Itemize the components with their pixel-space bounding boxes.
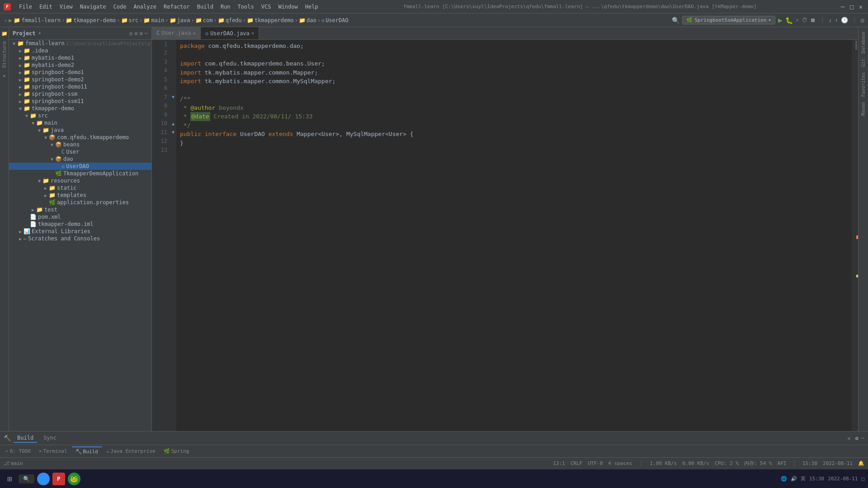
git-branch[interactable]: ⎇ main [4, 460, 23, 466]
tree-springboot-ssm[interactable]: ▶ 📁 springboot-ssm [9, 90, 151, 98]
bc-tkmapperdemo[interactable]: tkmapperdemo [255, 17, 294, 23]
indent[interactable]: 4 spaces [608, 460, 632, 466]
mybatis2-arrow[interactable]: ▶ [17, 63, 24, 68]
bc-fmmall[interactable]: fmmall-learn [21, 17, 61, 23]
chrome-btn[interactable]: 🌐 [37, 473, 50, 485]
tree-beans[interactable]: ▼ 📦 beans [9, 141, 151, 148]
sb2-arrow[interactable]: ▶ [17, 77, 24, 82]
tree-pom[interactable]: 📄 pom.xml [9, 213, 151, 221]
menu-code[interactable]: Code [111, 3, 129, 11]
java-arrow[interactable]: ▼ [36, 128, 42, 133]
tree-user-class[interactable]: C User [9, 148, 151, 155]
menu-window[interactable]: Window [275, 3, 300, 11]
search-everywhere-icon[interactable]: 🔍 [672, 17, 679, 24]
sb1-arrow[interactable]: ▶ [17, 70, 24, 75]
tree-idea[interactable]: ▶ 📁 .idea [9, 47, 151, 54]
bc-dao[interactable]: dao [307, 17, 316, 23]
scroll-thumb[interactable] [855, 41, 857, 50]
tab-user-java-close[interactable]: ✕ [193, 30, 196, 36]
build-tab-sync[interactable]: Sync [40, 434, 60, 443]
fold-10[interactable]: ▲ [170, 121, 176, 126]
ssm11-arrow[interactable]: ▶ [17, 99, 24, 104]
debug-button[interactable]: 🐛 [785, 17, 793, 24]
templates-arrow[interactable]: ▶ [42, 193, 49, 198]
static-arrow[interactable]: ▶ [42, 186, 49, 191]
tool-tab-spring[interactable]: 🌿 Spring [160, 447, 193, 455]
vcs-push-button[interactable]: ↑ [835, 17, 839, 23]
run-config-selector[interactable]: 🌿 SpringbootSsmApplication ▾ [682, 16, 775, 24]
collapse-all-icon[interactable]: ≡ [134, 30, 137, 37]
minimize-button[interactable]: ─ [839, 3, 846, 10]
settings-icon-2[interactable]: ⚙ [855, 435, 859, 441]
sb11-arrow[interactable]: ▶ [17, 84, 24, 89]
fold-7[interactable]: ▼ [170, 94, 176, 99]
tree-package[interactable]: ▼ 📦 com.qfedu.tkmapperdemo [9, 134, 151, 141]
tree-springboot-demo1[interactable]: ▶ 📁 springboot-demo1 [9, 69, 151, 76]
tree-static[interactable]: ▶ 📁 static [9, 184, 151, 192]
menu-view[interactable]: View [57, 3, 75, 11]
bc-com[interactable]: com [203, 17, 213, 23]
idea-btn[interactable]: P [52, 473, 65, 485]
tool-tab-build[interactable]: 🔨 Build [72, 446, 102, 456]
vcs-history-button[interactable]: 🕐 [841, 17, 848, 23]
tree-dao[interactable]: ▼ 📦 dao [9, 155, 151, 163]
bc-src[interactable]: src [129, 17, 139, 23]
tkm-arrow[interactable]: ▼ [17, 106, 24, 111]
tree-root[interactable]: ▼ 📁 fmmall-learn C:\Users\xuyl\IdeaProje… [9, 40, 151, 47]
tree-mybatis-demo1[interactable]: ▶ 📁 mybatis-demo1 [9, 54, 151, 61]
project-panel-icon[interactable]: 📁 [0, 29, 9, 38]
bc-qfedu[interactable]: qfedu [226, 17, 242, 23]
build-tab-build[interactable]: Build [14, 434, 37, 443]
scratch-arrow[interactable]: ▶ [17, 236, 24, 241]
profile-button[interactable]: ⏱ [802, 17, 807, 23]
src-arrow[interactable]: ▼ [24, 113, 30, 118]
ssm-arrow[interactable]: ▶ [17, 92, 24, 97]
line-ending[interactable]: CRLF [571, 460, 583, 466]
encoding[interactable]: UTF-8 [588, 460, 603, 466]
forward-button[interactable]: ▶ [9, 17, 12, 23]
favorites-tab-icon[interactable]: Favorites [860, 70, 867, 99]
fold-11[interactable]: ▼ [170, 130, 176, 135]
tree-src[interactable]: ▼ 📁 src [9, 112, 151, 119]
extlib-arrow[interactable]: ▶ [17, 229, 24, 234]
settings-icon[interactable]: ⚙ [140, 30, 143, 37]
locate-file-icon[interactable]: ◎ [129, 30, 132, 37]
editor-scrollbar[interactable] [852, 40, 858, 431]
settings-button[interactable]: ⚙ [861, 17, 864, 24]
res-arrow[interactable]: ▼ [36, 178, 42, 183]
menu-build[interactable]: Build [194, 3, 216, 11]
start-button[interactable]: ⊞ [4, 472, 16, 485]
stop-button[interactable]: ⏹ [810, 17, 816, 23]
git-tab-icon[interactable]: Git [860, 56, 867, 70]
notifications-icon[interactable]: 🔔 [858, 460, 864, 466]
tree-springboot-demo11[interactable]: ▶ 📁 springboot-demo11 [9, 83, 151, 90]
pkg-arrow[interactable]: ▼ [42, 135, 49, 140]
maximize-button[interactable]: □ [848, 3, 855, 10]
minimize-panel-icon[interactable]: ─ [145, 30, 148, 37]
menu-tools[interactable]: Tools [235, 3, 257, 11]
bookmarks-panel-icon[interactable]: ★ [2, 71, 7, 80]
tree-springboot-ssm11[interactable]: ▶ 📁 springboot-ssm11 [9, 98, 151, 105]
menu-analyze[interactable]: Analyze [131, 3, 159, 11]
tree-userdao[interactable]: ◇ UserDAO [9, 163, 151, 170]
tree-scratches[interactable]: ▶ ✏ Scratches and Consoles [9, 235, 151, 242]
dao-arrow[interactable]: ▼ [49, 157, 55, 162]
main-arrow[interactable]: ▼ [30, 121, 36, 126]
tree-springboot-demo2[interactable]: ▶ 📁 springboot-demo2 [9, 76, 151, 83]
tree-mybatis-demo2[interactable]: ▶ 📁 mybatis-demo2 [9, 61, 151, 69]
run-with-coverage-button[interactable]: ⚡ [796, 17, 799, 23]
menu-help[interactable]: Help [302, 3, 321, 11]
tree-templates[interactable]: ▶ 📁 templates [9, 192, 151, 199]
tab-user-java[interactable]: C User.java ✕ [152, 27, 201, 39]
bc-java[interactable]: java [177, 17, 190, 23]
bc-main[interactable]: main [151, 17, 164, 23]
beans-arrow[interactable]: ▼ [49, 142, 55, 147]
vcs-update-button[interactable]: ↓ [829, 17, 832, 23]
build-panel-close[interactable]: ✕ [847, 435, 850, 441]
tree-external-libs[interactable]: ▶ 📊 External Libraries [9, 228, 151, 235]
structure-panel-icon[interactable]: Structure [0, 39, 8, 70]
tree-resources[interactable]: ▼ 📁 resources [9, 177, 151, 184]
tab-userdao-java[interactable]: ◇ UserDAO.java ✕ [201, 27, 259, 39]
tool-tab-todo[interactable]: ✓ 6: TODO [2, 447, 34, 455]
menu-edit[interactable]: Edit [37, 3, 55, 11]
